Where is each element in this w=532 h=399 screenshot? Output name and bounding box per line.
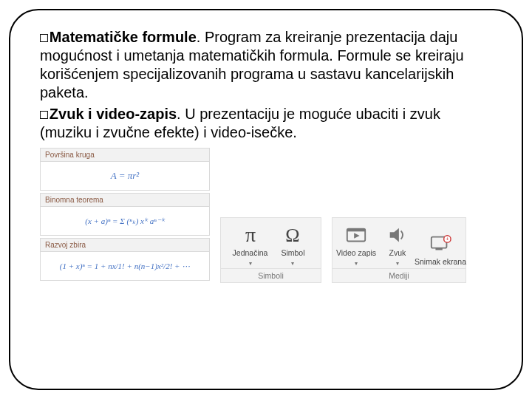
ribbon-group-label: Simboli bbox=[221, 268, 321, 282]
chevron-down-icon: ▾ bbox=[396, 260, 399, 267]
equation-preview: (x + a)ⁿ = Σ (ⁿₖ) xᵏ aⁿ⁻ᵏ bbox=[40, 207, 210, 236]
equation-button[interactable]: π Jednačina ▾ bbox=[233, 222, 268, 267]
pi-icon: π bbox=[238, 222, 263, 248]
equation-preview: (1 + x)ⁿ = 1 + nx/1! + n(n−1)x²/2! + ⋯ bbox=[40, 252, 210, 281]
svg-rect-7 bbox=[435, 248, 442, 250]
sound-icon bbox=[385, 222, 410, 248]
svg-text:Ω: Ω bbox=[286, 225, 300, 246]
paragraph-2: □Zvuk i video-zapis. U prezentaciju je m… bbox=[40, 105, 492, 142]
paragraph-1: □Matematičke formule. Program za kreiran… bbox=[40, 28, 492, 102]
video-icon bbox=[344, 222, 369, 248]
p1-title: Matematičke formule bbox=[50, 29, 197, 45]
equation-category: Razvoj zbira bbox=[40, 238, 210, 252]
chevron-down-icon: ▾ bbox=[249, 260, 252, 267]
equation-category: Binomna teorema bbox=[40, 193, 210, 207]
svg-marker-4 bbox=[354, 233, 360, 239]
body-text: □Matematičke formule. Program za kreiran… bbox=[40, 28, 492, 142]
video-button[interactable]: Video zapis ▾ bbox=[340, 222, 372, 267]
svg-rect-3 bbox=[347, 229, 365, 232]
chevron-down-icon: ▾ bbox=[355, 260, 358, 267]
screen-record-icon: + bbox=[428, 231, 453, 256]
bullet-icon: □ bbox=[40, 106, 48, 123]
equation-gallery: Površina kruga A = πr² Binomna teorema (… bbox=[40, 148, 210, 283]
equation-preview: A = πr² bbox=[40, 162, 210, 191]
button-label: Simbol bbox=[281, 249, 304, 258]
audio-button[interactable]: Zvuk ▾ bbox=[381, 222, 414, 267]
svg-marker-5 bbox=[390, 228, 399, 242]
svg-text:+: + bbox=[446, 236, 449, 243]
svg-text:π: π bbox=[245, 223, 255, 246]
button-label: Jednačina bbox=[233, 249, 268, 258]
bullet-icon: □ bbox=[40, 29, 48, 46]
omega-icon: Ω bbox=[280, 222, 305, 248]
button-label: Zvuk bbox=[389, 249, 406, 258]
ribbon-group-media: Video zapis ▾ Zvuk ▾ bbox=[332, 217, 466, 283]
ribbon-group-symbols: π Jednačina ▾ Ω Simbol ▾ Simboli bbox=[220, 217, 321, 283]
button-label: Snimak ekrana bbox=[415, 258, 466, 267]
button-label: Video zapis bbox=[336, 249, 376, 258]
chevron-down-icon: ▾ bbox=[291, 260, 294, 267]
ribbon-group-label: Mediji bbox=[332, 268, 466, 282]
screen-record-button[interactable]: + Snimak ekrana bbox=[423, 231, 458, 267]
equation-category: Površina kruga bbox=[40, 148, 210, 162]
images-row: Površina kruga A = πr² Binomna teorema (… bbox=[40, 148, 492, 283]
p2-title: Zvuk i video-zapis bbox=[50, 106, 177, 122]
slide-frame: □Matematičke formule. Program za kreiran… bbox=[9, 9, 523, 390]
symbol-button[interactable]: Ω Simbol ▾ bbox=[276, 222, 309, 267]
